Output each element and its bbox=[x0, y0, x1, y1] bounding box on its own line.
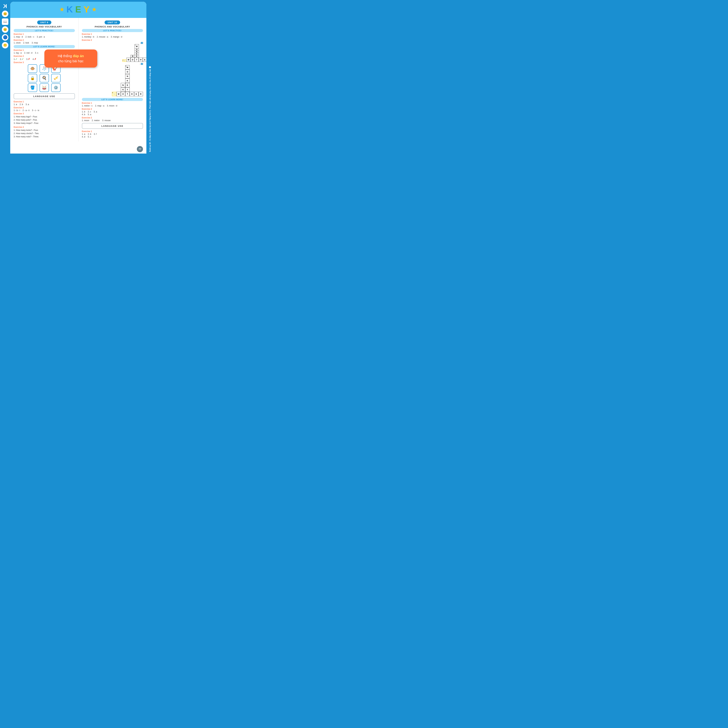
unit10-lets-practice: LET'S PRACTICE! bbox=[82, 29, 143, 32]
unit9-lang-ex1-content: 1. a 2. b 3. a bbox=[14, 103, 75, 106]
img-cell-1: 🐵 bbox=[28, 64, 37, 73]
unit9-ex1-item1: 1. mop - d bbox=[14, 36, 23, 38]
sidebar-icon-4: 🔵 bbox=[2, 34, 8, 41]
img-cell-6: 🎺 bbox=[51, 74, 61, 83]
unit10-lang-ex1-row2: 4. d 5. c bbox=[82, 136, 143, 138]
unit10-learn-ex2a-item5: 5. a bbox=[88, 113, 91, 116]
sidebar-icon-2: 📖 bbox=[2, 18, 8, 25]
unit9-lang-ex3-content: 1. How many logs? - Four. 2. How many po… bbox=[14, 115, 75, 125]
cw-H: H bbox=[130, 92, 134, 96]
unit10-phonics-title: PHONICS AND VOCABULARY bbox=[82, 25, 143, 28]
unit10-learn-ex2a-label: Exercise 2 bbox=[82, 108, 143, 110]
unit10-learn-ex2a-row1: 1. b 2. c 3. a bbox=[82, 110, 143, 113]
cw-K: K bbox=[125, 78, 130, 83]
unit9-ex2-item3: 3. mop bbox=[32, 41, 38, 44]
unit9-lang-ex2-item2: 2 - a - ii bbox=[23, 109, 29, 112]
unit9-learn-ex2-item2: 2.✓ bbox=[20, 58, 24, 60]
unit10-learn-ex2b-label: Exercise 2 bbox=[82, 116, 143, 119]
unit10-learn-ex2a-item2: 2. c bbox=[88, 110, 91, 113]
unit9-lang-ex1-item3: 3. a bbox=[26, 103, 29, 106]
img-cell-9: ⚙️ bbox=[51, 83, 61, 92]
unit9-ex1-content: 1. mop - d 2. lock - c 3. pot - a bbox=[14, 36, 75, 38]
unit9-ex2-label: Exercise 2 bbox=[14, 39, 75, 41]
cw-N: N bbox=[125, 74, 130, 78]
bubble-highlight: đáp án bbox=[73, 54, 84, 58]
img-cell-7: 🪣 bbox=[28, 83, 37, 92]
img-cell-8: 🥁 bbox=[40, 83, 49, 92]
cw-R: R bbox=[139, 92, 143, 96]
unit9-lang-ex2-item3: 3 - c - iv bbox=[32, 109, 39, 112]
cw-arrow-cell: 4→ bbox=[112, 92, 116, 96]
sidebar-icon-1: 😊 bbox=[2, 11, 8, 17]
unit10-learn-ex1-content: 1. melon - c 2. map - a 3. moon - d bbox=[82, 105, 143, 107]
speech-bubble: Hệ thống đáp án cho từng bài học bbox=[44, 49, 97, 67]
sidebar-logo: K bbox=[3, 3, 7, 9]
unit9-column: UNIT 9 PHONICS AND VOCABULARY LET'S PRAC… bbox=[10, 18, 78, 141]
unit10-ex1-item2: 2. mouse - a bbox=[97, 36, 108, 38]
star-left: ★ bbox=[60, 6, 65, 12]
unit10-column: UNIT 10 PHONICS AND VOCABULARY LET'S PRA… bbox=[78, 18, 147, 141]
right-text-line2: Phát triển vốn từ vựng, câu trúc câu, kĩ… bbox=[149, 69, 151, 109]
unit10-ex1-item3: 3. mango - d bbox=[111, 36, 122, 38]
crossword-proper-inner: ↓3 3M bbox=[112, 63, 143, 96]
right-text-line1: Build-up 1B - Có đáp án (theo bộ sách Ti… bbox=[149, 109, 151, 152]
unit9-lang-ex1-label: Exercise 1 bbox=[14, 101, 75, 103]
unit10-learn-ex2b-item1: 1. moon bbox=[82, 119, 89, 122]
unit9-learn-ex2-item4: 4.✗ bbox=[32, 58, 36, 60]
unit9-learn-ex1-item2: 2. rod - d bbox=[24, 52, 32, 54]
unit9-language-use-box: LANGUAGE USE bbox=[14, 93, 75, 99]
unit10-lang-ex1-item2: 2. b bbox=[88, 133, 91, 135]
cw-M: 3M bbox=[125, 65, 130, 70]
unit10-label: UNIT 10 bbox=[105, 20, 120, 24]
unit9-label: UNIT 9 bbox=[37, 20, 51, 24]
cw-Y: Y bbox=[125, 87, 130, 92]
sidebar-icons: 😊 📖 😐 🔵 😶 bbox=[2, 11, 8, 49]
unit10-learn-ex2b-content: 1. moon 2. melon 3. mouse bbox=[82, 119, 143, 122]
cw-down-indicator: ↓3 bbox=[112, 63, 143, 65]
unit9-learn-ex2-item1: 1.✓ bbox=[14, 58, 17, 60]
unit10-language-use-box: LANGUAGE USE bbox=[82, 123, 143, 129]
cw-M2: M bbox=[116, 92, 121, 96]
unit10-language-use-title: LANGUAGE USE bbox=[101, 125, 123, 127]
unit9-learn-ex2-item3: 3.✗ bbox=[26, 58, 30, 60]
main-content: ★ KEY ★ Hệ thống đáp án cho từng bài học… bbox=[10, 2, 146, 153]
right-text: Build-up 1B - Có đáp án (theo bộ sách Ti… bbox=[149, 69, 151, 152]
unit10-ex1-content: 1. monkey - b 2. mouse - a 3. mango - d bbox=[82, 36, 143, 38]
unit10-learn-ex2a-item1: 1. b bbox=[82, 110, 85, 113]
cw-E: E bbox=[125, 83, 130, 87]
unit9-lang-ex4-content: 1. How many locks? - Four. 2. How many c… bbox=[14, 128, 75, 139]
unit9-ex1-item2: 2. lock - c bbox=[25, 36, 34, 38]
key-letter-k: K bbox=[67, 4, 74, 14]
unit9-lets-learn: LET'S LEARN MORE! bbox=[14, 45, 75, 48]
unit10-learn-ex1-item2: 2. map - a bbox=[95, 105, 104, 107]
unit9-lang-ex2-item1: 1 - b - i bbox=[14, 109, 20, 112]
cw-E2: E bbox=[134, 92, 139, 96]
right-dot bbox=[149, 66, 151, 68]
cw-O: O bbox=[125, 70, 130, 74]
cw-grid: 3M O bbox=[112, 65, 143, 96]
unit10-learn-ex2a-item4: 4. b bbox=[82, 113, 85, 116]
sidebar-icon-5: 😶 bbox=[2, 42, 8, 49]
crossword-wrapper: ↓3 3M O bbox=[122, 42, 143, 62]
unit9-lang-ex1-item1: 1. a bbox=[14, 103, 17, 106]
bubble-line2: cho từng bài học bbox=[58, 59, 84, 63]
left-sidebar: K 😊 📖 😐 🔵 😶 bbox=[0, 0, 10, 153]
cw-num3: ↓3 bbox=[140, 42, 143, 44]
unit10-learn-ex1-label: Exercise 1 bbox=[82, 102, 143, 104]
unit10-learn-ex2a-row2: 4. b 5. a bbox=[82, 113, 143, 116]
unit9-lang-ex2-content: 1 - b - i 2 - a - ii 3 - c - iv bbox=[14, 109, 75, 112]
unit10-ex2-label: Exercise 2 bbox=[82, 39, 143, 41]
header-section: ★ KEY ★ bbox=[10, 2, 146, 18]
unit9-lang-ex2-label: Exercise 2 bbox=[14, 107, 75, 109]
cw-num-badge: 3 bbox=[141, 63, 143, 65]
speech-bubble-text: Hệ thống đáp án cho từng bài học bbox=[49, 54, 92, 64]
unit9-learn-ex1-item1: 1. log - a bbox=[14, 52, 22, 54]
right-sidebar: Build-up 1B - Có đáp án (theo bộ sách Ti… bbox=[146, 0, 153, 153]
unit9-ex2-content: 1. clock 2. lock 3. mop bbox=[14, 41, 75, 44]
unit10-lang-ex1-item4: 4. d bbox=[82, 136, 85, 138]
page-number: 77 bbox=[137, 146, 143, 152]
cw-G: G bbox=[121, 87, 125, 92]
unit10-ex1-item1: 1. monkey - b bbox=[82, 36, 94, 38]
unit9-ex2-item1: 1. clock bbox=[14, 41, 21, 44]
unit10-lang-ex1-item1: 1. a bbox=[82, 133, 85, 135]
